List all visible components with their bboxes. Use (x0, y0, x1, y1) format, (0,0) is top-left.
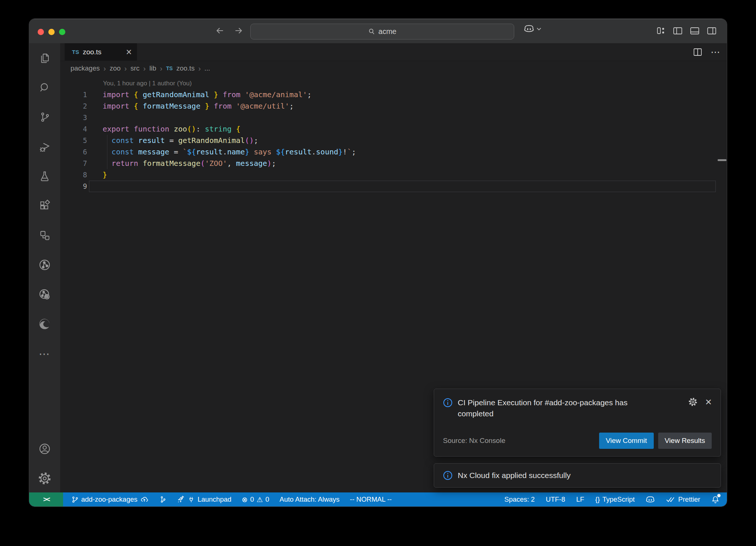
breadcrumb-item[interactable]: lib (150, 64, 157, 72)
problems-item[interactable]: ⊗ 0 ⚠ 0 (242, 495, 269, 504)
accounts-icon[interactable] (29, 434, 60, 464)
notification-dot (717, 494, 721, 497)
editor-more-actions-icon[interactable]: ⋯ (711, 47, 720, 58)
indent-guide (107, 135, 107, 169)
nx-cloud-icon[interactable] (29, 280, 60, 309)
search-value: acme (378, 27, 396, 36)
eol-item[interactable]: LF (576, 495, 584, 504)
copilot-icon (646, 496, 655, 504)
code-line[interactable]: 5 const result = getRandomAnimal(); (60, 135, 727, 146)
gitlens-blame-annotation: You, 1 hour ago | 1 author (You) (60, 78, 727, 89)
code-line[interactable]: 8} (60, 169, 727, 181)
source-control-icon[interactable] (29, 102, 60, 132)
notifications-bell-item[interactable] (711, 495, 719, 504)
code-line[interactable]: 6 const message = `${result.name} says $… (60, 146, 727, 158)
tab-close-icon[interactable]: × (126, 48, 132, 56)
breadcrumb-item[interactable]: src (130, 64, 140, 72)
notification-message: Nx Cloud fix applied successfully (458, 471, 571, 480)
line-number[interactable]: 1 (60, 89, 87, 100)
tab-bar: TS zoo.ts × ⋯ (60, 43, 727, 61)
line-number[interactable]: 3 (60, 112, 87, 123)
explorer-icon[interactable] (29, 43, 60, 73)
typescript-file-icon: TS (72, 49, 79, 55)
vim-mode-item[interactable]: -- NORMAL -- (350, 495, 392, 504)
extensions-icon[interactable] (29, 191, 60, 221)
launchpad-item[interactable]: Launchpad (177, 495, 231, 504)
line-number[interactable]: 4 (60, 123, 87, 135)
code-text: const result = getRandomAnimal(); (87, 135, 258, 146)
code-line[interactable]: 2import { formatMessage } from '@acme/ut… (60, 100, 727, 112)
chevron-right-icon: › (143, 64, 146, 73)
close-window-button[interactable] (38, 29, 44, 35)
code-text: export function zoo(): string { (87, 123, 240, 135)
code-line[interactable]: 7 return formatMessage('ZOO', message); (60, 158, 727, 169)
line-number[interactable]: 6 (60, 146, 87, 158)
toggle-panel-icon[interactable] (689, 25, 700, 37)
code-lines: 1import { getRandomAnimal } from '@acme/… (60, 89, 727, 192)
toggle-primary-sidebar-icon[interactable] (672, 25, 683, 37)
titlebar: acme (29, 19, 727, 43)
code-text: } (87, 169, 107, 181)
breadcrumb-file[interactable]: zoo.ts (176, 64, 195, 72)
cloud-upload-icon (140, 495, 149, 504)
code-line[interactable]: 4export function zoo(): string { (60, 123, 727, 135)
notification-source: Source: Nx Console (443, 437, 505, 445)
info-icon (443, 471, 453, 480)
formatter-item[interactable]: Prettier (666, 495, 700, 504)
settings-gear-icon[interactable] (29, 464, 60, 493)
zoom-window-button[interactable] (59, 29, 65, 35)
forward-icon[interactable] (232, 24, 245, 37)
chevron-right-icon: › (160, 64, 162, 73)
breadcrumb-item[interactable]: packages (71, 64, 100, 72)
line-number[interactable]: 5 (60, 135, 87, 146)
typescript-file-icon: TS (166, 65, 173, 71)
code-line[interactable]: 1import { getRandomAnimal } from '@acme/… (60, 89, 727, 100)
notification-center: CI Pipeline Execution for #add-zoo-packa… (434, 389, 721, 488)
git-branch-icon (71, 495, 79, 504)
minimize-window-button[interactable] (48, 29, 55, 35)
copilot-menu[interactable] (524, 24, 542, 33)
language-mode-item[interactable]: {} TypeScript (595, 495, 635, 504)
command-center-search[interactable]: acme (250, 24, 514, 40)
testing-icon[interactable] (29, 161, 60, 191)
encoding-item[interactable]: UTF-8 (546, 495, 565, 504)
git-branch-item[interactable]: add-zoo-packages (71, 495, 149, 504)
code-editor[interactable]: You, 1 hour ago | 1 author (You) 1import… (60, 76, 727, 192)
status-bar: >< add-zoo-packages (29, 492, 727, 506)
tab-zoo-ts[interactable]: TS zoo.ts × (65, 43, 137, 61)
overview-ruler-marker (718, 159, 726, 161)
code-line[interactable]: 9 (60, 181, 727, 192)
split-editor-icon[interactable] (693, 48, 702, 57)
view-commit-button[interactable]: View Commit (599, 433, 654, 449)
nx-console-icon[interactable] (29, 250, 60, 280)
source-control-graph-item[interactable] (159, 495, 166, 504)
line-number[interactable]: 2 (60, 100, 87, 112)
search-sidebar-icon[interactable] (29, 73, 60, 102)
notification-toast: Nx Cloud fix applied successfully (434, 463, 721, 488)
customize-layout-icon[interactable] (655, 25, 666, 37)
indentation-item[interactable]: Spaces: 2 (504, 495, 535, 504)
line-number[interactable]: 9 (60, 181, 87, 192)
screen: acme (0, 0, 756, 546)
edge-browser-icon[interactable] (29, 309, 60, 339)
line-number[interactable]: 7 (60, 158, 87, 169)
code-text: import { getRandomAnimal } from '@acme/a… (87, 89, 312, 100)
remote-indicator[interactable]: >< (29, 492, 63, 506)
code-text: const message = `${result.name} says ${r… (87, 146, 356, 158)
breadcrumb-symbol-more[interactable]: ... (205, 64, 210, 72)
toggle-secondary-sidebar-icon[interactable] (706, 25, 717, 37)
plug-icon (188, 495, 195, 504)
remote-explorer-icon[interactable] (29, 221, 60, 250)
back-icon[interactable] (214, 24, 226, 37)
notification-settings-gear-icon[interactable] (688, 397, 698, 407)
window-controls (38, 29, 65, 35)
view-results-button[interactable]: View Results (658, 433, 712, 449)
more-views-icon[interactable]: ⋯ (29, 339, 60, 368)
copilot-status-item[interactable] (646, 496, 655, 504)
notification-close-icon[interactable]: × (705, 397, 712, 406)
run-debug-icon[interactable] (29, 132, 60, 161)
auto-attach-item[interactable]: Auto Attach: Always (279, 495, 339, 504)
line-number[interactable]: 8 (60, 169, 87, 181)
breadcrumb-item[interactable]: zoo (110, 64, 121, 72)
code-line[interactable]: 3 (60, 112, 727, 123)
